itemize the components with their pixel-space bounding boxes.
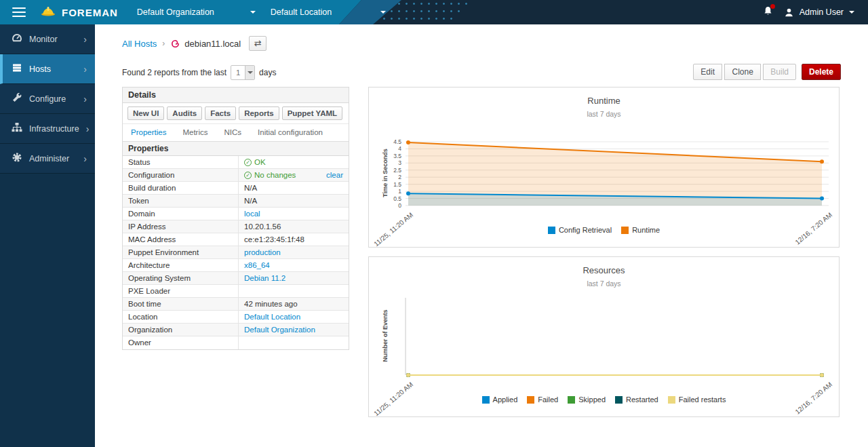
details-button-facts[interactable]: Facts [205, 106, 236, 120]
tab-metrics[interactable]: Metrics [182, 128, 208, 136]
menu-icon[interactable] [12, 5, 26, 20]
legend-label: Runtime [632, 226, 660, 234]
property-row-mac-address: MAC Addressce:e1:23:45:1f:48 [123, 233, 349, 246]
edit-button[interactable]: Edit [693, 64, 722, 80]
caret-down-icon [849, 11, 854, 14]
organization-menu[interactable]: Default Organization [137, 7, 256, 17]
sidebar-item-infrastructure[interactable]: Infrastructure› [0, 114, 95, 144]
sidebar-item-hosts[interactable]: Hosts› [0, 54, 95, 84]
svg-text:3: 3 [398, 159, 401, 166]
details-button-puppet-yaml[interactable]: Puppet YAML [282, 106, 342, 120]
details-button-reports[interactable]: Reports [239, 106, 279, 120]
legend-label: Config Retrieval [559, 226, 612, 234]
notification-badge [770, 4, 775, 9]
sitemap-icon [12, 122, 22, 135]
x-axis-tick-right: 12/16, 7:20 AM [761, 381, 833, 443]
details-buttons: New UIAuditsFactsReportsPuppet YAML [123, 103, 349, 124]
property-row-status: Status✓OK [123, 156, 349, 169]
legend-item-skipped[interactable]: Skipped [568, 395, 606, 404]
resources-chart-panel: Resources last 7 days Number of Events 1… [368, 256, 840, 417]
sidebar-item-label: Configure [29, 94, 66, 104]
legend-swatch [548, 227, 555, 234]
sidebar-nav: Monitor›Hosts›Configure›Infrastructure›A… [0, 24, 95, 447]
svg-text:4: 4 [398, 145, 401, 152]
sidebar-item-monitor[interactable]: Monitor› [0, 24, 95, 54]
brand-text: FOREMAN [62, 7, 118, 18]
legend-item-failed-restarts[interactable]: Failed restarts [668, 395, 726, 404]
details-button-new-ui[interactable]: New UI [127, 106, 164, 120]
chevron-right-icon: › [83, 64, 87, 75]
sidebar-item-administer[interactable]: Administer› [0, 144, 95, 174]
notifications-bell-icon[interactable] [763, 5, 773, 19]
property-label: Organization [123, 324, 238, 336]
property-value-link[interactable]: x86_64 [244, 261, 270, 269]
report-days-select[interactable]: 1 [231, 65, 255, 80]
property-row-token: TokenN/A [123, 195, 349, 208]
clear-link[interactable]: clear [326, 171, 343, 179]
legend-item-restarted[interactable]: Restarted [615, 395, 658, 404]
legend-label: Restarted [626, 395, 658, 404]
property-label: MAC Address [123, 233, 238, 246]
tab-properties[interactable]: Properties [131, 128, 166, 136]
property-value-link[interactable]: production [244, 248, 281, 256]
delete-button[interactable]: Delete [802, 64, 841, 80]
ok-check-icon: ✓ [244, 159, 252, 166]
legend-item-applied[interactable]: Applied [482, 395, 518, 404]
tab-nics[interactable]: NICs [224, 128, 241, 136]
property-value-link[interactable]: Debian 11.2 [244, 274, 285, 282]
caret-down-icon [380, 11, 386, 14]
svg-text:0: 0 [398, 202, 401, 209]
tab-initial-configuration[interactable]: Initial configuration [258, 128, 323, 136]
svg-text:1.5: 1.5 [393, 181, 401, 188]
property-label: Configuration [123, 169, 238, 181]
runtime-legend: Config RetrievalRuntime [369, 226, 839, 234]
legend-swatch [482, 396, 490, 404]
gauge-icon [12, 33, 22, 45]
property-row-domain: Domainlocal [123, 208, 349, 220]
legend-item-runtime[interactable]: Runtime [621, 226, 660, 234]
details-button-audits[interactable]: Audits [167, 106, 202, 120]
property-label: Operating System [123, 272, 238, 284]
server-icon [12, 62, 22, 75]
chevron-right-icon: › [86, 123, 90, 134]
chevron-right-icon: › [83, 34, 87, 45]
chart-subtitle: last 7 days [369, 279, 839, 288]
sidebar-item-label: Hosts [29, 64, 51, 74]
property-row-puppet-environment: Puppet Environmentproduction [123, 246, 349, 259]
breadcrumb-current-host: debian11.local [170, 39, 241, 49]
hardhat-logo-icon [41, 5, 56, 20]
property-value-link[interactable]: local [244, 210, 260, 218]
property-row-operating-system: Operating SystemDebian 11.2 [123, 272, 349, 285]
resources-chart [374, 296, 834, 382]
property-row-ip-address: IP Address10.20.1.56 [123, 220, 349, 233]
breadcrumb-all-hosts-link[interactable]: All Hosts [122, 39, 157, 49]
property-label: Architecture [123, 259, 238, 271]
property-label: PXE Loader [123, 285, 238, 297]
foreman-brand[interactable]: FOREMAN [41, 5, 118, 20]
user-menu[interactable]: Admin User [784, 7, 854, 18]
host-switcher-icon[interactable]: ⇄ [249, 36, 267, 51]
property-label: Boot time [123, 298, 238, 310]
svg-text:2: 2 [398, 174, 401, 180]
property-label: Token [123, 195, 238, 207]
caret-down-icon [245, 66, 254, 79]
chart-title: Runtime [369, 96, 839, 106]
sidebar-item-label: Infrastructure [29, 124, 79, 134]
top-navbar: FOREMAN Default Organization Default Loc… [0, 0, 868, 24]
sidebar-item-label: Administer [29, 154, 69, 163]
location-menu[interactable]: Default Location [271, 7, 386, 17]
legend-item-config-retrieval[interactable]: Config Retrieval [548, 226, 612, 234]
property-value-link[interactable]: Default Location [244, 313, 300, 321]
svg-text:4.5: 4.5 [393, 138, 401, 145]
properties-title: Properties [123, 142, 349, 156]
ok-check-icon: ✓ [244, 172, 252, 179]
runtime-chart-panel: Runtime last 7 days Time in Seconds 00.5… [368, 87, 840, 248]
property-value-link[interactable]: Default Organization [244, 326, 315, 334]
sidebar-item-configure[interactable]: Configure› [0, 84, 95, 114]
details-tabs: PropertiesMetricsNICsInitial configurati… [123, 124, 349, 142]
property-value: 10.20.1.56 [244, 222, 281, 231]
build-button: Build [763, 64, 796, 80]
svg-text:0.5: 0.5 [393, 195, 401, 202]
legend-item-failed[interactable]: Failed [527, 395, 558, 404]
clone-button[interactable]: Clone [724, 64, 760, 80]
